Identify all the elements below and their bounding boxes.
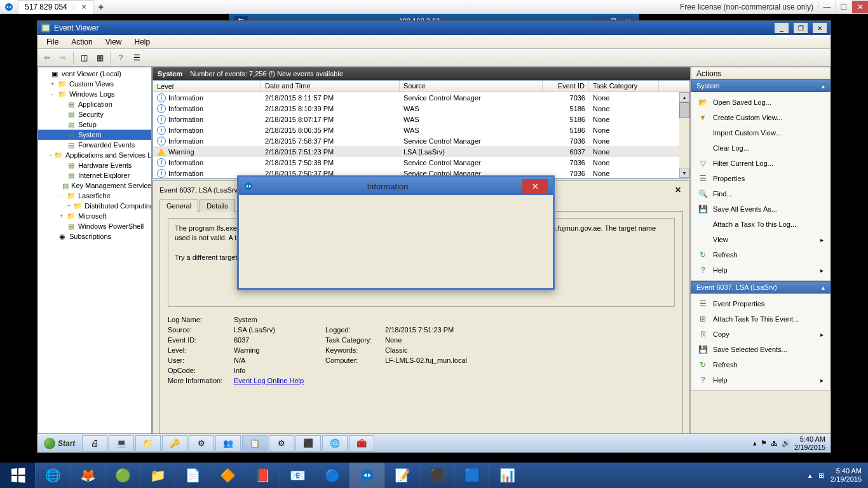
show-tree-button[interactable]: ◫ [77, 51, 91, 65]
taskbar-item[interactable]: 🧰 [349, 435, 374, 452]
action-item[interactable]: ☰Event Properties [691, 296, 830, 311]
menu-action[interactable]: Action [65, 36, 98, 48]
action-item[interactable]: Clear Log... [691, 140, 830, 156]
help-button[interactable]: ? [114, 51, 128, 65]
actions-group-event[interactable]: Event 6037, LSA (LsaSrv)▴ [691, 281, 831, 294]
tree-item[interactable]: +📁Microsoft [38, 211, 151, 221]
expand-icon[interactable]: + [58, 213, 64, 219]
tree-item[interactable]: ◉Subscriptions [38, 231, 151, 241]
action-item[interactable]: ?Help▸ [691, 372, 830, 388]
taskbar-explorer[interactable]: 📁 [140, 463, 175, 488]
action-item[interactable]: 📂Open Saved Log... [691, 95, 830, 110]
tree-item[interactable]: ▤Internet Explorer [38, 170, 151, 180]
win-maximize[interactable]: ❐ [794, 23, 808, 33]
taskbar-outlook[interactable]: 📧 [280, 463, 315, 488]
action-item[interactable]: ↻Refresh [691, 247, 830, 262]
tray-flag-icon[interactable]: ⚑ [761, 439, 767, 447]
expand-icon[interactable]: - [50, 152, 51, 158]
tray-sound-icon[interactable]: 🔊 [782, 439, 790, 447]
taskbar-skype[interactable]: 🔵 [315, 463, 349, 488]
export-button[interactable]: ▦ [93, 51, 107, 65]
local-clock[interactable]: 5:40 AM2/19/2015 [831, 467, 862, 484]
properties-button[interactable]: ☰ [130, 51, 144, 65]
event-log-help-link[interactable]: Event Log Online Help [234, 377, 304, 384]
col-source[interactable]: Source [400, 81, 543, 92]
tree-item[interactable]: ▤Forwarded Events [38, 140, 151, 150]
action-item[interactable]: ?Help▸ [691, 262, 830, 278]
forward-button[interactable]: ⇨ [56, 51, 70, 65]
action-item[interactable]: 💾Save All Events As... [691, 201, 830, 217]
minimize-button[interactable]: — [818, 1, 835, 13]
tray-network-icon[interactable]: 🖧 [771, 440, 778, 447]
tray-chevron-icon[interactable]: ▴ [808, 471, 812, 480]
favorite-icon[interactable]: ☆ [71, 3, 78, 11]
event-row[interactable]: iInformation2/18/2015 8:07:17 PMWAS5186N… [153, 114, 689, 125]
tree-item[interactable]: +📁Custom Views [38, 79, 151, 89]
action-item[interactable]: ▽Filter Current Log... [691, 156, 830, 171]
menu-help[interactable]: Help [128, 36, 157, 48]
taskbar-app[interactable]: 🔶 [210, 463, 245, 488]
tree-item[interactable]: ▤Windows PowerShell [38, 221, 151, 231]
taskbar-pdf[interactable]: 📕 [245, 463, 280, 488]
tree-item[interactable]: ▤Security [38, 109, 151, 119]
windows-start-button[interactable] [0, 463, 35, 488]
action-item[interactable]: ↻Refresh [691, 357, 830, 372]
event-row[interactable]: iInformation2/18/2015 7:50:38 PMService … [153, 157, 689, 168]
tree-item[interactable]: -📁Windows Logs [38, 89, 151, 99]
taskbar-item[interactable]: 🖨 [82, 435, 107, 452]
action-item[interactable]: ▼Create Custom View... [691, 110, 830, 125]
action-item[interactable]: 💾Save Selected Events... [691, 342, 830, 357]
event-row[interactable]: iInformation2/18/2015 8:10:39 PMWAS5186N… [153, 103, 689, 114]
win-minimize[interactable]: _ [775, 23, 789, 33]
taskbar-item[interactable]: ⚙ [269, 435, 294, 452]
expand-icon[interactable]: - [58, 193, 64, 199]
close-button[interactable]: ✕ [851, 1, 868, 13]
col-taskcategory[interactable]: Task Category [589, 81, 659, 92]
taskbar-item[interactable]: 📋 [242, 435, 268, 452]
taskbar-item[interactable]: 🔑 [162, 435, 187, 452]
tab-details[interactable]: Details [200, 200, 235, 212]
tab-general[interactable]: General [159, 200, 198, 212]
maximize-button[interactable]: ☐ [835, 1, 851, 13]
taskbar-teamviewer[interactable] [349, 463, 384, 488]
event-row[interactable]: iInformation2/18/2015 7:58:37 PMService … [153, 135, 689, 146]
tree-item[interactable]: -📁Laserfiche [38, 191, 151, 201]
remote-clock[interactable]: 5:40 AM2/19/2015 [794, 435, 825, 451]
taskbar-app2[interactable]: 🟦 [454, 463, 489, 488]
action-item[interactable]: ⎘Copy▸ [691, 327, 830, 342]
tree-item[interactable]: ▤Key Management Service [38, 180, 151, 191]
taskbar-item[interactable]: 💻 [109, 435, 134, 452]
tree-item[interactable]: ▤Hardware Events [38, 160, 151, 170]
tree-item[interactable]: ▤System [38, 130, 151, 140]
menu-file[interactable]: File [40, 36, 65, 48]
taskbar-notepad[interactable]: 📝 [384, 463, 419, 488]
actions-group-system[interactable]: System▴ [691, 79, 831, 92]
taskbar-word[interactable]: 📄 [175, 463, 210, 488]
event-row[interactable]: Warning2/18/2015 7:51:23 PMLSA (LsaSrv)6… [153, 146, 689, 157]
taskbar-firefox[interactable]: 🦊 [70, 463, 105, 488]
col-datetime[interactable]: Date and Time [261, 81, 400, 92]
add-tab-button[interactable]: + [93, 1, 109, 13]
action-item[interactable]: ☰Properties [691, 171, 830, 186]
tray-chevron-icon[interactable]: ▴ [753, 439, 757, 447]
action-item[interactable]: ⊞Attach Task To This Event... [691, 311, 830, 327]
tree-item[interactable]: ▤Setup [38, 119, 151, 130]
taskbar-item[interactable]: 👥 [215, 435, 241, 452]
tab-close-icon[interactable]: × [82, 3, 86, 11]
dialog-close-button[interactable]: ✕ [522, 179, 548, 193]
taskbar-chrome[interactable]: 🟢 [105, 463, 140, 488]
scroll-thumb[interactable] [679, 102, 689, 118]
back-button[interactable]: ⇦ [40, 51, 54, 65]
tree-item[interactable]: +📁Distributed Computing Cluster [38, 201, 151, 211]
start-button[interactable]: Start [37, 434, 81, 453]
scroll-up-icon[interactable]: ▴ [679, 92, 689, 102]
col-eventid[interactable]: Event ID [543, 81, 589, 92]
win-close[interactable]: ✕ [813, 23, 827, 33]
taskbar-ie[interactable]: 🌐 [35, 463, 70, 488]
menu-view[interactable]: View [99, 36, 128, 48]
event-row[interactable]: iInformation2/18/2015 8:11:57 PMService … [153, 92, 689, 103]
detail-close-icon[interactable]: ✕ [673, 185, 683, 195]
expand-icon[interactable]: + [50, 81, 55, 87]
tree-item[interactable]: -📁Applications and Services Logs [38, 150, 151, 160]
taskbar-app3[interactable]: 📊 [489, 463, 524, 488]
